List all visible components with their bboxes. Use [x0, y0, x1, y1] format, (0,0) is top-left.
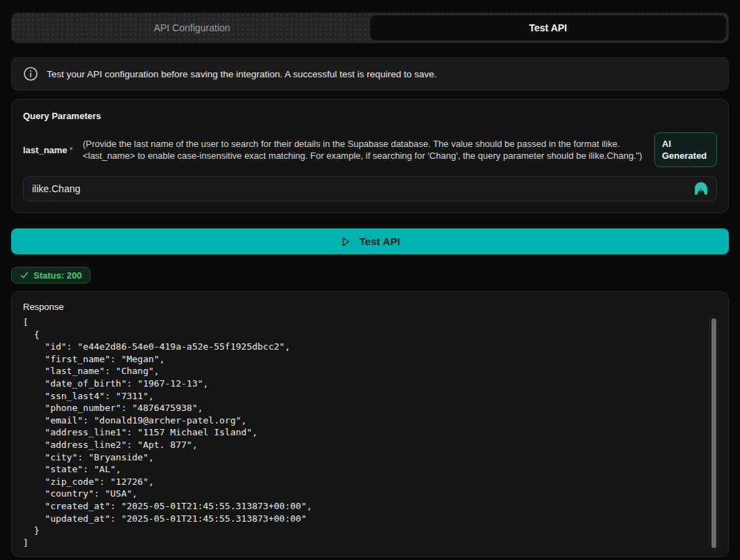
- parameter-row: last_name* (Provide the last name of the…: [23, 132, 717, 167]
- teal-arch-mountain-logo-icon: [692, 180, 710, 198]
- response-panel: Response [ { "id": "e44e2d86-54e0-419a-a…: [11, 291, 729, 557]
- test-api-button-label: Test API: [360, 235, 400, 247]
- ai-generated-badge: AI Generated: [654, 132, 717, 167]
- status-badge-row: Status: 200: [11, 254, 729, 283]
- info-icon: [23, 66, 38, 81]
- parameter-value-input[interactable]: [23, 176, 717, 201]
- play-icon: [340, 236, 351, 247]
- parameter-name: last_name: [23, 145, 68, 155]
- tab-test-api[interactable]: Test API: [370, 15, 726, 40]
- response-scrollbar-thumb[interactable]: [711, 318, 716, 548]
- response-scrollbar-track[interactable]: [709, 316, 718, 551]
- test-api-button[interactable]: Test API: [11, 228, 729, 254]
- tab-test-api-label: Test API: [529, 22, 566, 33]
- check-icon: [20, 271, 29, 279]
- status-badge: Status: 200: [11, 267, 91, 283]
- tab-api-configuration[interactable]: API Configuration: [14, 15, 370, 40]
- query-parameters-title: Query Parameters: [23, 111, 717, 121]
- parameter-input-wrap: [23, 176, 717, 201]
- status-badge-label: Status: 200: [33, 270, 82, 281]
- query-parameters-card: Query Parameters last_name* (Provide the…: [11, 99, 729, 213]
- parameter-description: (Provide the last name of the user to se…: [83, 138, 645, 162]
- response-json: [ { "id": "e44e2d86-54e0-419a-a52e-55f19…: [23, 316, 717, 549]
- response-title: Response: [23, 302, 717, 312]
- required-asterisk: *: [70, 145, 73, 155]
- info-banner: Test your API configuration before savin…: [11, 57, 729, 91]
- tab-bar: API Configuration Test API: [11, 13, 729, 43]
- parameter-name-label: last_name*: [23, 145, 73, 155]
- page: API Configuration Test API Test your API…: [0, 0, 740, 560]
- info-banner-text: Test your API configuration before savin…: [47, 69, 437, 79]
- tab-api-configuration-label: API Configuration: [154, 22, 231, 33]
